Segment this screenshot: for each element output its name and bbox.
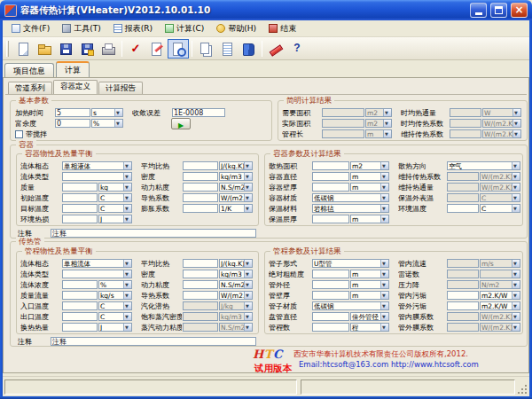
unit-select[interactable]: kg/m3 [219,172,253,181]
heat-time-input[interactable] [55,108,90,117]
unit-select[interactable]: m2.K/W [480,291,520,300]
tube-prop-select[interactable] [62,270,132,278]
tube-prop-input[interactable] [62,323,98,332]
unit-select[interactable]: m/s [480,259,520,268]
tube-prop-input[interactable] [62,312,98,321]
unit-select[interactable]: kg/s [98,291,132,300]
vessel-param-input[interactable] [312,172,349,181]
tube-prop-input[interactable] [183,259,218,268]
vessel-param-select[interactable]: 低碳钢 [312,193,389,202]
toolbar-copy-button[interactable] [195,39,216,59]
vessel-prop-input[interactable] [183,161,218,170]
unit-select[interactable]: C [98,312,132,321]
unit-select[interactable]: W/(m2.K) [480,312,520,321]
unit-select[interactable]: m [350,172,389,181]
tube-param-input[interactable] [447,312,479,321]
unit-select[interactable]: C [98,204,132,213]
vessel-prop-input[interactable] [62,215,98,223]
tube-prop-input[interactable] [183,301,218,310]
vessel-param-input[interactable] [447,172,479,181]
vessel-param-select[interactable]: 岩棉毡 [312,204,389,213]
tolerance-input[interactable] [172,108,225,117]
unit-select[interactable]: m2.K/W [480,301,520,310]
unit-select[interactable]: kg/m3 [219,312,253,321]
toolbar-pen-button[interactable] [265,39,286,59]
vessel-param-input[interactable] [312,183,349,192]
vessel-comment-input[interactable] [51,229,256,238]
toolbar-open-button[interactable] [34,39,55,59]
vessel-param-input[interactable] [447,193,479,202]
tube-prop-input[interactable] [183,291,218,300]
unit-select[interactable]: C [98,301,132,310]
tube-param-input[interactable] [312,280,349,289]
toolbar-help-button[interactable]: ? [286,39,308,59]
unit-select[interactable]: W/(m2.K) [482,129,521,138]
unit-select[interactable]: J/(kg.K) [219,259,253,268]
margin-input[interactable] [55,119,90,128]
summary-field-input[interactable] [450,119,481,128]
vessel-param-input[interactable] [447,204,479,213]
summary-field-input[interactable] [322,129,364,138]
unit-select[interactable]: J [98,215,132,223]
unit-select[interactable]: W/(m2.K) [219,291,253,300]
tube-prop-input[interactable] [183,280,218,289]
unit-select[interactable]: 1/K [219,204,253,213]
tube-param-input[interactable] [447,323,479,332]
unit-select[interactable]: m2 [365,119,392,128]
unit-select[interactable]: m [350,291,389,300]
unit-select[interactable]: % [98,280,132,289]
tube-param-input[interactable] [447,301,479,310]
unit-select[interactable]: W/(m2.K) [219,193,253,202]
tube-param-input[interactable] [312,270,349,278]
margin-unit-select[interactable]: % [91,119,123,128]
vessel-param-input[interactable] [312,161,349,170]
unit-select[interactable]: 倍外管径 [350,312,389,321]
tube-param-select[interactable]: U型管 [312,259,389,268]
vessel-prop-input[interactable] [183,193,218,202]
tube-param-input[interactable] [447,259,479,268]
unit-select[interactable]: 程 [350,323,389,332]
vessel-prop-input[interactable] [183,204,218,213]
unit-select[interactable]: kg [98,183,132,192]
menu-item-report[interactable]: 报表(R) [107,21,159,36]
unit-select[interactable]: W/(m2.K) [480,183,520,192]
heat-time-unit-select[interactable]: s [91,108,123,117]
vessel-prop-select[interactable]: 单相液体 [62,161,132,170]
unit-select[interactable]: C [98,193,132,202]
tube-prop-input[interactable] [62,280,98,289]
toolbar-export-button[interactable] [238,39,259,59]
unit-select[interactable]: kg/m3 [219,270,253,278]
tube-prop-input[interactable] [183,270,218,278]
tube-prop-input[interactable] [62,301,98,310]
unit-select[interactable]: m2 [365,108,392,117]
tube-param-select[interactable]: 低碳钢 [312,301,389,310]
tube-prop-input[interactable] [62,291,98,300]
tube-prop-input[interactable] [183,323,218,332]
unit-select[interactable]: m [350,280,389,289]
toolbar-new-button[interactable] [12,39,34,59]
vessel-prop-input[interactable] [183,183,218,192]
tab-calculation[interactable]: 计算 [56,61,90,77]
vessel-prop-input[interactable] [62,193,98,202]
menu-item-help[interactable]: 帮助(H) [210,21,262,36]
subtab-calc-report[interactable]: 计算报告 [98,82,143,94]
unit-select[interactable]: W/(m2.K) [480,172,520,181]
tube-param-input[interactable] [447,280,479,289]
toolbar-print-button[interactable] [98,39,119,59]
subtab-vessel-definition[interactable]: 容器定义 [53,80,98,94]
unit-select[interactable]: J/kg [219,301,253,310]
unit-select[interactable]: m [365,129,392,138]
vessel-prop-input[interactable] [62,204,98,213]
unit-select[interactable]: N.S/m2 [219,323,253,332]
unit-select[interactable]: C [480,204,520,213]
unit-select[interactable]: m2 [350,161,389,170]
unit-select[interactable]: W/(m2.K) [480,323,520,332]
summary-field-input[interactable] [322,119,364,128]
toolbar-grip[interactable] [6,41,9,57]
tube-param-input[interactable] [312,323,349,332]
vessel-prop-select[interactable] [62,172,132,181]
maximize-button[interactable] [490,3,507,18]
tube-param-input[interactable] [447,291,479,300]
vessel-param-select[interactable]: 空气 [447,161,520,170]
unit-select[interactable]: J [98,323,132,332]
